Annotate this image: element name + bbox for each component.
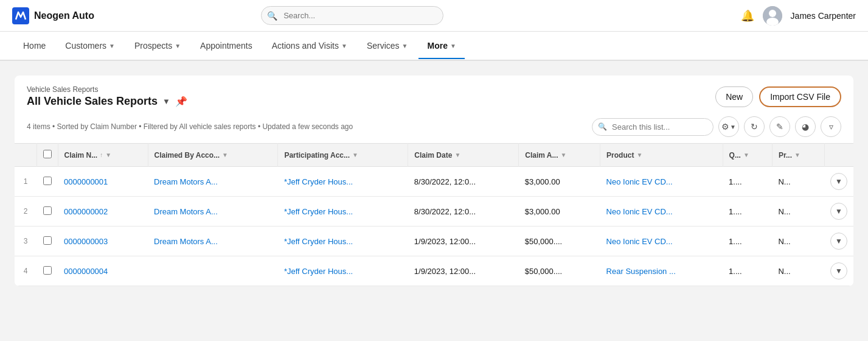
logo-icon	[12, 7, 29, 24]
row-number: 4	[15, 256, 36, 286]
edit-columns-button[interactable]: ✎	[769, 116, 790, 137]
title-dropdown-icon[interactable]: ▼	[162, 97, 170, 106]
app-logo: Neogen Auto	[12, 7, 94, 24]
table-row: 2 0000000002 Dream Motors A... *Jeff Cry…	[15, 197, 853, 227]
notification-icon[interactable]: 🔔	[741, 9, 754, 23]
row-action-cell[interactable]: ▼	[824, 167, 853, 197]
row-dropdown-button[interactable]: ▼	[830, 233, 847, 250]
search-input[interactable]	[261, 6, 443, 25]
th-product[interactable]: Product ▼	[600, 144, 723, 167]
row-dropdown-button[interactable]: ▼	[830, 203, 847, 220]
filter-button[interactable]: ▿	[821, 116, 841, 137]
th-claim-num-label: Claim N...	[64, 151, 98, 160]
row-checkbox[interactable]	[43, 266, 52, 275]
import-csv-button[interactable]: Import CSV File	[759, 86, 841, 107]
row-checkbox-cell[interactable]	[36, 167, 58, 197]
new-button[interactable]: New	[715, 86, 753, 107]
chevron-down-icon: ▼	[341, 43, 347, 49]
row-checkbox-cell[interactable]	[36, 197, 58, 227]
table-row: 1 0000000001 Dream Motors A... *Jeff Cry…	[15, 167, 853, 197]
th-claim-num[interactable]: Claim N... ↑ ▼	[58, 144, 148, 167]
claim-num-cell[interactable]: 0000000003	[58, 227, 148, 256]
product-cell[interactable]: Neo Ionic EV CD...	[600, 167, 723, 197]
row-checkbox[interactable]	[43, 206, 52, 215]
claim-num-cell[interactable]: 0000000004	[58, 256, 148, 286]
th-participating-acc[interactable]: Participating Acc... ▼	[278, 144, 408, 167]
nav-item-more[interactable]: More ▼	[418, 33, 464, 59]
th-claimed-by[interactable]: Claimed By Acco... ▼	[148, 144, 278, 167]
row-action-cell[interactable]: ▼	[824, 197, 853, 227]
claim-date-cell: 1/9/2023, 12:00...	[408, 227, 519, 256]
th-claim-amount-label: Claim A...	[525, 151, 558, 160]
row-action-cell[interactable]: ▼	[824, 227, 853, 256]
refresh-button[interactable]: ↻	[744, 116, 765, 137]
filter-icon: ▿	[829, 122, 833, 132]
claim-amount-cell: $50,000....	[519, 227, 600, 256]
svg-point-2	[769, 10, 776, 17]
price-cell: N...	[772, 197, 824, 227]
chevron-down-icon: ▼	[402, 43, 408, 49]
claimed-by-cell[interactable]: Dream Motors A...	[148, 167, 278, 197]
row-checkbox-cell[interactable]	[36, 256, 58, 286]
sort-dropdown-icon: ▼	[794, 152, 800, 158]
th-actions	[824, 144, 853, 167]
settings-dropdown-icon: ▼	[730, 124, 736, 130]
search-icon: 🔍	[267, 11, 277, 21]
row-action-cell[interactable]: ▼	[824, 256, 853, 286]
th-claim-date[interactable]: Claim Date ▼	[408, 144, 519, 167]
filter-info: 4 items • Sorted by Claim Number • Filte…	[27, 122, 353, 131]
app-name: Neogen Auto	[34, 10, 94, 21]
chart-button[interactable]: ◕	[795, 116, 816, 137]
quantity-cell: 1....	[723, 167, 772, 197]
participating-acc-cell[interactable]: *Jeff Cryder Hous...	[278, 167, 408, 197]
select-all-checkbox[interactable]	[43, 150, 52, 158]
nav-item-prospects[interactable]: Prospects ▼	[126, 33, 189, 59]
nav-item-actions-visits[interactable]: Actions and Visits ▼	[263, 33, 356, 59]
table-row: 3 0000000003 Dream Motors A... *Jeff Cry…	[15, 227, 853, 256]
th-participating-acc-label: Participating Acc...	[284, 151, 350, 160]
quantity-cell: 1....	[723, 197, 772, 227]
row-dropdown-button[interactable]: ▼	[830, 262, 847, 279]
nav-item-home[interactable]: Home	[15, 33, 54, 59]
claim-amount-cell: $50,000....	[519, 256, 600, 286]
row-checkbox[interactable]	[43, 177, 52, 185]
claim-num-cell[interactable]: 0000000001	[58, 167, 148, 197]
product-cell[interactable]: Neo Ionic EV CD...	[600, 227, 723, 256]
pin-icon[interactable]: 📌	[175, 96, 187, 107]
nav-item-customers[interactable]: Customers ▼	[57, 33, 123, 59]
nav-label-more: More	[427, 41, 447, 51]
th-claimed-by-label: Claimed By Acco...	[155, 151, 220, 160]
sort-dropdown-icon: ▼	[636, 152, 642, 158]
nav-item-appointments[interactable]: Appointments	[192, 33, 261, 59]
settings-button[interactable]: ⚙ ▼	[718, 116, 739, 137]
card-title-row: All Vehicle Sales Reports ▼ 📌	[27, 95, 187, 108]
user-name: James Carpenter	[791, 11, 856, 21]
card-title: All Vehicle Sales Reports	[27, 95, 158, 108]
claim-num-cell[interactable]: 0000000002	[58, 197, 148, 227]
row-checkbox-cell[interactable]	[36, 227, 58, 256]
card-title-block: Vehicle Sales Reports All Vehicle Sales …	[27, 85, 187, 108]
top-bar: Neogen Auto 🔍 🔔 James Carpenter	[0, 0, 868, 32]
list-search-input[interactable]	[592, 118, 713, 136]
nav-item-services[interactable]: Services ▼	[358, 33, 417, 59]
nav-bar: Home Customers ▼ Prospects ▼ Appointment…	[0, 32, 868, 61]
row-checkbox[interactable]	[43, 236, 52, 245]
th-checkbox[interactable]	[36, 144, 58, 167]
sort-dropdown-icon: ▼	[743, 152, 749, 158]
sort-asc-icon: ↑	[100, 152, 103, 158]
claimed-by-cell[interactable]	[148, 256, 278, 286]
participating-acc-cell[interactable]: *Jeff Cryder Hous...	[278, 227, 408, 256]
product-cell[interactable]: Neo Ionic EV CD...	[600, 197, 723, 227]
claim-date-cell: 8/30/2022, 12:0...	[408, 167, 519, 197]
claimed-by-cell[interactable]: Dream Motors A...	[148, 227, 278, 256]
participating-acc-cell[interactable]: *Jeff Cryder Hous...	[278, 197, 408, 227]
claimed-by-cell[interactable]: Dream Motors A...	[148, 197, 278, 227]
participating-acc-cell[interactable]: *Jeff Cryder Hous...	[278, 256, 408, 286]
row-dropdown-button[interactable]: ▼	[830, 173, 847, 190]
claim-amount-cell: $3,000.00	[519, 197, 600, 227]
th-quantity[interactable]: Q... ▼	[723, 144, 772, 167]
filter-actions: 🔍 ⚙ ▼ ↻ ✎ ◕ ▿	[592, 116, 841, 137]
th-price[interactable]: Pr... ▼	[772, 144, 824, 167]
product-cell[interactable]: Rear Suspension ...	[600, 256, 723, 286]
th-claim-amount[interactable]: Claim A... ▼	[519, 144, 600, 167]
